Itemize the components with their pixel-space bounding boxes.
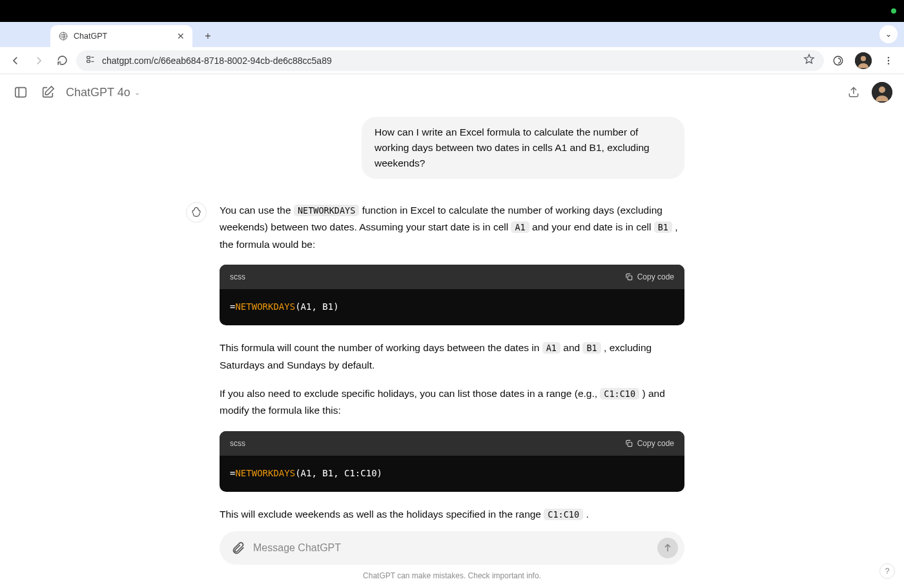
assistant-paragraph: You can use the NETWORKDAYS function in … (220, 202, 684, 253)
svg-point-8 (888, 63, 889, 64)
help-button[interactable]: ? (879, 563, 895, 579)
composer-area: Message ChatGPT ChatGPT can make mistake… (0, 525, 904, 588)
assistant-paragraph: If you also need to exclude specific hol… (220, 385, 684, 420)
inline-code: A1 (511, 221, 529, 233)
code-content: =NETWORKDAYS(A1, B1, C1:C10) (220, 456, 684, 492)
chatgpt-favicon-icon (58, 31, 68, 41)
url-text: chatgpt.com/c/66eab684-8718-8002-94cb-de… (102, 56, 797, 66)
code-block: scss Copy code =NETWORKDAYS(A1, B1, C1:C… (220, 431, 684, 492)
assistant-avatar-icon (186, 202, 207, 223)
svg-point-6 (888, 57, 889, 58)
site-info-icon[interactable] (85, 54, 96, 66)
svg-rect-1 (87, 56, 90, 58)
svg-rect-9 (15, 88, 26, 97)
code-content: =NETWORKDAYS(A1, B1) (220, 289, 684, 325)
status-dot-icon (891, 8, 896, 14)
new-tab-button[interactable]: + (199, 27, 217, 45)
forward-button[interactable] (30, 52, 48, 70)
close-tab-icon[interactable]: ✕ (177, 31, 185, 41)
send-button[interactable] (657, 538, 678, 558)
new-chat-icon[interactable] (39, 83, 57, 101)
attach-icon[interactable] (231, 541, 245, 555)
inline-code: B1 (654, 221, 672, 233)
footer-disclaimer: ChatGPT can make mistakes. Check importa… (363, 571, 541, 580)
address-bar[interactable]: chatgpt.com/c/66eab684-8718-8002-94cb-de… (76, 50, 824, 71)
inline-code: C1:C10 (544, 509, 583, 520)
tab-title: ChatGPT (74, 32, 172, 41)
code-lang-label: scss (230, 437, 245, 450)
svg-rect-12 (628, 276, 632, 280)
svg-rect-13 (628, 442, 632, 446)
inline-code: A1 (542, 342, 560, 354)
tabs-dropdown-button[interactable]: ⌄ (879, 25, 898, 43)
browser-toolbar: chatgpt.com/c/66eab684-8718-8002-94cb-de… (0, 47, 904, 74)
copy-code-button[interactable]: Copy code (624, 437, 674, 450)
svg-point-7 (888, 59, 889, 61)
extension-icon[interactable] (829, 52, 847, 70)
code-lang-label: scss (230, 270, 245, 283)
share-icon[interactable] (845, 83, 863, 101)
model-name-label: ChatGPT 4o (66, 86, 130, 99)
app-header: ChatGPT 4o ⌄ (0, 74, 904, 110)
inline-code: C1:C10 (600, 388, 639, 400)
svg-point-3 (834, 56, 843, 65)
model-selector[interactable]: ChatGPT 4o ⌄ (66, 86, 140, 99)
os-menubar (0, 0, 904, 22)
assistant-message: You can use the NETWORKDAYS function in … (220, 202, 684, 525)
copy-code-button[interactable]: Copy code (624, 270, 674, 283)
back-button[interactable] (6, 52, 25, 70)
browser-profile-avatar[interactable] (855, 52, 872, 69)
code-block: scss Copy code =NETWORKDAYS(A1, B1) (220, 265, 684, 325)
browser-menu-icon[interactable] (879, 52, 898, 70)
inline-code: NETWORKDAYS (294, 205, 359, 216)
assistant-paragraph: This formula will count the number of wo… (220, 340, 684, 374)
browser-tab-active[interactable]: ChatGPT ✕ (50, 25, 192, 47)
browser-tab-strip: ChatGPT ✕ + ⌄ (0, 22, 904, 47)
reload-button[interactable] (53, 52, 71, 70)
chat-scroll-area[interactable]: How can I write an Excel formula to calc… (0, 110, 904, 525)
user-message: How can I write an Excel formula to calc… (220, 117, 684, 179)
svg-point-5 (861, 56, 866, 61)
svg-point-11 (879, 86, 885, 93)
bookmark-icon[interactable] (803, 54, 815, 67)
assistant-paragraph: This will exclude weekends as well as th… (220, 506, 684, 523)
sidebar-toggle-icon[interactable] (12, 83, 30, 101)
chevron-down-icon: ⌄ (134, 88, 140, 97)
user-avatar[interactable] (872, 82, 892, 103)
svg-rect-2 (87, 60, 90, 62)
inline-code: B1 (582, 342, 601, 354)
message-input[interactable]: Message ChatGPT (253, 542, 650, 554)
message-composer[interactable]: Message ChatGPT (220, 531, 684, 565)
user-message-text: How can I write an Excel formula to calc… (362, 117, 684, 179)
